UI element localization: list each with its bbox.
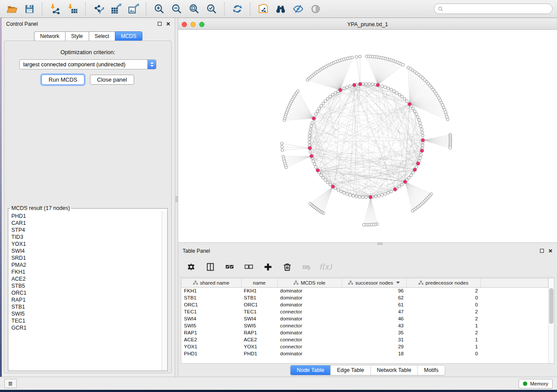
network-graph[interactable] xyxy=(178,30,557,242)
cell: 18 xyxy=(342,350,406,357)
table-row[interactable]: YOX1YOX1connector291 xyxy=(181,343,548,350)
deselect-all-icon xyxy=(244,262,253,272)
table-row[interactable]: ORC1ORC1dominator610 xyxy=(181,301,548,308)
export-table-icon xyxy=(111,3,121,14)
search-icon xyxy=(438,6,443,12)
table-row[interactable]: FKH1FKH1dominator962 xyxy=(181,287,548,294)
deselect-all-button[interactable] xyxy=(242,260,255,273)
table-row[interactable]: ACE2ACE2connector311 xyxy=(181,336,548,343)
toolbar-separator xyxy=(85,2,86,15)
column-header-predecessor-nodes[interactable]: predecessor nodes xyxy=(406,279,481,287)
result-item[interactable]: GCR1 xyxy=(11,324,162,331)
add-column-button[interactable] xyxy=(261,260,274,273)
export-image-button[interactable] xyxy=(126,2,141,16)
select-all-button[interactable] xyxy=(223,260,236,273)
column-header-name[interactable]: name xyxy=(241,279,277,287)
delete-table-button[interactable] xyxy=(300,260,313,273)
result-item[interactable]: PHD1 xyxy=(11,213,162,220)
result-item[interactable]: TID3 xyxy=(11,234,162,241)
result-item[interactable]: SRD1 xyxy=(11,254,162,261)
close-panel-icon[interactable]: ✕ xyxy=(166,21,170,27)
cell: FKH1 xyxy=(241,287,277,294)
float-panel-icon[interactable] xyxy=(540,249,544,253)
table-row[interactable]: TEC1TEC1connector472 xyxy=(181,308,548,315)
table-row[interactable]: PHD1PHD1dominator180 xyxy=(181,350,548,357)
vertical-splitter[interactable] xyxy=(175,18,178,377)
float-panel-icon[interactable] xyxy=(158,22,162,26)
table-row[interactable]: SWI4SWI4dominator462 xyxy=(181,315,548,322)
open-file-button[interactable] xyxy=(4,2,19,16)
result-item[interactable]: RAP1 xyxy=(11,296,162,303)
splitter-grip[interactable] xyxy=(176,196,178,202)
clone-network-button[interactable] xyxy=(256,2,270,16)
result-item[interactable]: SWI5 xyxy=(11,310,162,317)
result-item[interactable]: STP4 xyxy=(11,227,162,234)
task-history-button[interactable]: ≣ xyxy=(4,379,17,388)
zoom-in-button[interactable] xyxy=(152,2,166,16)
table-toolbar: f(x) xyxy=(178,257,557,277)
tab-network-table[interactable]: Network Table xyxy=(371,365,418,375)
tab-edge-table[interactable]: Edge Table xyxy=(331,365,370,375)
column-header-successor-nodes[interactable]: successor nodes xyxy=(342,279,406,287)
hide-selected-button[interactable] xyxy=(291,2,305,16)
toolbar-separator xyxy=(146,2,146,15)
run-mcds-button[interactable]: Run MCDS xyxy=(42,75,84,85)
zoom-out-button[interactable] xyxy=(169,2,184,16)
result-item[interactable]: SWI4 xyxy=(11,248,162,254)
memory-button[interactable]: Memory xyxy=(519,379,553,389)
cell: connector xyxy=(277,343,342,350)
zoom-fit-button[interactable] xyxy=(187,2,201,16)
tab-motifs[interactable]: Motifs xyxy=(418,365,444,375)
result-item[interactable]: CAR1 xyxy=(11,220,162,227)
result-item[interactable]: ACE2 xyxy=(11,275,162,282)
tab-mcds[interactable]: MCDS xyxy=(115,31,142,41)
cell: 2 xyxy=(406,308,481,315)
table-row[interactable]: SWI5SWI5connector431 xyxy=(181,322,548,329)
result-item[interactable]: FKH1 xyxy=(11,268,162,275)
table-options-button[interactable] xyxy=(184,260,197,273)
import-network-button[interactable] xyxy=(48,2,62,16)
tab-style[interactable]: Style xyxy=(65,31,89,41)
result-scrollbar[interactable] xyxy=(162,211,167,371)
splitter-grip[interactable] xyxy=(377,243,383,245)
node-table-head: shared namenameMCDS rolesuccessor nodesp… xyxy=(181,279,548,287)
close-panel-button[interactable]: Close panel xyxy=(90,75,134,85)
find-in-network-button[interactable] xyxy=(273,2,288,16)
mcds-result-list[interactable]: PHD1CAR1STP4TID3YOX1SWI4SRD1PMA2FKH1ACE2… xyxy=(8,211,162,371)
table-panel: Table Panel ✕ xyxy=(178,245,557,377)
import-table-button[interactable] xyxy=(65,2,80,16)
function-builder-button[interactable]: f(x) xyxy=(319,260,332,273)
result-item[interactable]: STB5 xyxy=(11,282,162,289)
table-scrollbar[interactable] xyxy=(548,279,554,363)
tab-node-table[interactable]: Node Table xyxy=(291,365,331,375)
tab-network[interactable]: Network xyxy=(34,31,65,41)
delete-column-button[interactable] xyxy=(280,260,294,273)
column-header-MCDS-role[interactable]: MCDS role xyxy=(277,279,342,287)
show-all-button[interactable] xyxy=(308,2,323,16)
result-item[interactable]: TEC1 xyxy=(11,317,162,324)
table-row[interactable]: RAP1RAP1dominator352 xyxy=(181,329,548,336)
result-item[interactable]: ORC1 xyxy=(11,289,162,296)
horizontal-splitter[interactable] xyxy=(178,242,557,245)
network-view[interactable] xyxy=(178,30,557,242)
result-item[interactable]: YOX1 xyxy=(11,241,162,248)
export-table-button[interactable] xyxy=(108,2,123,16)
cell: 47 xyxy=(342,308,406,315)
result-item[interactable]: PMA2 xyxy=(11,261,162,268)
zoom-selected-button[interactable] xyxy=(204,2,219,16)
cell: 29 xyxy=(342,343,406,350)
close-panel-icon[interactable]: ✕ xyxy=(548,248,553,254)
search-input[interactable] xyxy=(446,6,549,12)
column-header-shared-name[interactable]: shared name xyxy=(181,279,241,287)
table-row[interactable]: STB1STB1dominator620 xyxy=(181,294,548,301)
result-item[interactable]: STB1 xyxy=(11,303,162,310)
optimization-label: Optimization criterion: xyxy=(60,49,115,55)
show-columns-button[interactable] xyxy=(204,260,217,273)
save-session-button[interactable] xyxy=(22,2,37,16)
criterion-dropdown[interactable]: largest connected component (undirected) xyxy=(19,59,156,69)
export-network-button[interactable] xyxy=(91,2,106,16)
cell: STB1 xyxy=(241,294,277,301)
scrollbar-thumb[interactable] xyxy=(549,288,554,324)
refresh-network-button[interactable] xyxy=(230,2,245,16)
tab-select[interactable]: Select xyxy=(89,31,115,41)
